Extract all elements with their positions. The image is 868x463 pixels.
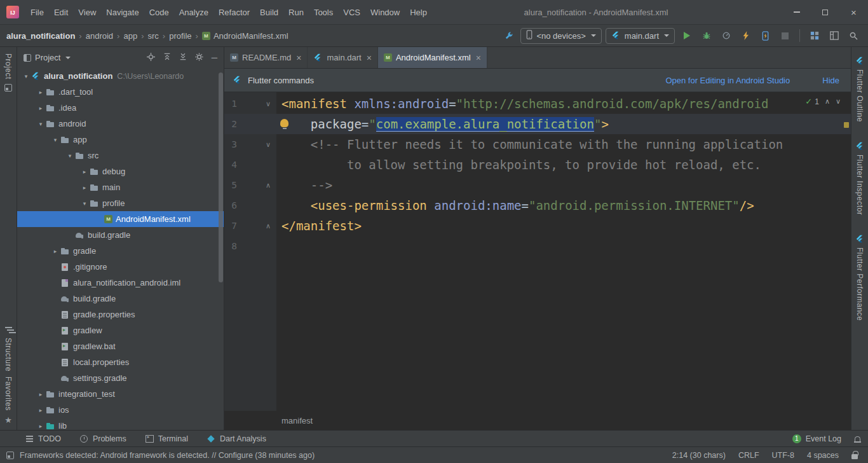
chevron-expanded-icon[interactable]: ▾: [65, 153, 75, 159]
stop-button[interactable]: [777, 28, 793, 44]
open-in-android-studio-link[interactable]: Open for Editing in Android Studio: [665, 76, 790, 85]
tree-item[interactable]: ▾app: [17, 132, 224, 148]
chevron-expanded-icon[interactable]: ▾: [50, 137, 60, 143]
code-line[interactable]: 8: [224, 236, 851, 256]
run-button[interactable]: [679, 28, 695, 44]
tree-item[interactable]: ▸ios: [17, 402, 224, 418]
toolwindow-todo[interactable]: TODO: [25, 434, 61, 443]
menu-edit[interactable]: Edit: [49, 8, 73, 17]
editor-tab[interactable]: README.md×: [224, 47, 308, 68]
menu-window[interactable]: Window: [365, 8, 405, 17]
menu-run[interactable]: Run: [283, 8, 309, 17]
locate-file-icon[interactable]: [147, 53, 155, 63]
menu-vcs[interactable]: VCS: [338, 8, 365, 17]
tool-tab-flutter-outline[interactable]: Flutter Outline: [855, 56, 865, 122]
chevron-collapsed-icon[interactable]: ▸: [36, 391, 46, 397]
indent-setting[interactable]: 4 spaces: [807, 451, 839, 460]
toolwindow-toggle-icon[interactable]: [6, 452, 14, 459]
lightbulb-icon[interactable]: [280, 119, 288, 127]
tree-item[interactable]: local.properties: [17, 354, 224, 370]
breadcrumb-item[interactable]: AndroidManifest.xml: [202, 31, 288, 41]
debug-button[interactable]: [698, 28, 714, 44]
editor-tab[interactable]: main.dart×: [308, 47, 377, 68]
menu-analyze[interactable]: Analyze: [174, 8, 214, 17]
event-log[interactable]: 1 Event Log: [792, 434, 860, 443]
file-encoding[interactable]: UTF-8: [772, 451, 794, 460]
tree-item[interactable]: ▾android: [17, 116, 224, 132]
chevron-down-icon[interactable]: [65, 57, 71, 59]
chevron-collapsed-icon[interactable]: ▸: [50, 248, 60, 254]
tree-item[interactable]: build.gradle: [17, 227, 224, 243]
tree-item[interactable]: ▾profile: [17, 195, 224, 211]
tree-item[interactable]: build.gradle: [17, 291, 224, 307]
attach-debugger-button[interactable]: [757, 28, 773, 44]
tree-item[interactable]: ▸integration_test: [17, 386, 224, 402]
breadcrumb-item[interactable]: app: [123, 31, 137, 41]
flutter-wrench-icon[interactable]: [501, 28, 517, 44]
toolwindow-terminal[interactable]: Terminal: [146, 434, 188, 443]
tree-item[interactable]: ▾alura_notificationC:\Users\Leonardo: [17, 68, 224, 84]
breadcrumb-tag[interactable]: manifest: [281, 416, 313, 425]
menu-navigate[interactable]: Navigate: [101, 8, 144, 17]
chevron-expanded-icon[interactable]: ▾: [79, 200, 90, 207]
menu-file[interactable]: File: [25, 8, 49, 17]
chevron-collapsed-icon[interactable]: ▸: [36, 423, 46, 429]
close-icon[interactable]: ×: [476, 53, 481, 63]
tree-item[interactable]: gradlew.bat: [17, 338, 224, 354]
chevron-collapsed-icon[interactable]: ▸: [36, 105, 46, 111]
chevron-collapsed-icon[interactable]: ▸: [79, 184, 90, 191]
menu-help[interactable]: Help: [405, 8, 432, 17]
code-line[interactable]: 1∨<manifest xmlns:android="http://schema…: [224, 93, 851, 114]
tree-item[interactable]: ▸.idea: [17, 100, 224, 116]
warning-stripe-mark[interactable]: [844, 122, 849, 128]
menu-view[interactable]: View: [73, 8, 101, 17]
project-structure-icon[interactable]: [806, 28, 822, 44]
fold-icon[interactable]: ∧: [237, 181, 276, 190]
tool-tab-structure[interactable]: Structure: [4, 327, 13, 371]
chevron-expanded-icon[interactable]: ▾: [36, 121, 46, 127]
chevron-expanded-icon[interactable]: ▾: [21, 73, 31, 79]
fold-icon[interactable]: ∨: [237, 141, 276, 149]
lock-icon[interactable]: [851, 454, 858, 459]
close-button[interactable]: ×: [839, 0, 868, 24]
tree-item[interactable]: gradlew: [17, 322, 224, 338]
tree-item[interactable]: gradle.properties: [17, 307, 224, 322]
breadcrumb-item[interactable]: profile: [169, 31, 191, 41]
chevron-collapsed-icon[interactable]: ▸: [36, 407, 46, 413]
expand-all-icon[interactable]: [163, 53, 171, 62]
code-line[interactable]: 6 <uses-permission android:name="android…: [224, 195, 851, 216]
minimize-button[interactable]: [782, 0, 811, 24]
toolwindow-dart[interactable]: Dart Analysis: [207, 434, 266, 443]
tree-item[interactable]: alura_notification_android.iml: [17, 275, 224, 291]
inspection-widget[interactable]: ✓ 1 ∧ ∨: [805, 97, 841, 106]
editor-tab[interactable]: AndroidManifest.xml×: [378, 47, 487, 68]
tree-item[interactable]: ▸debug: [17, 163, 224, 179]
chevron-collapsed-icon[interactable]: ▸: [36, 89, 46, 95]
hide-panel-icon[interactable]: ─: [212, 53, 217, 62]
tree-item[interactable]: settings.gradle: [17, 370, 224, 386]
tree-item[interactable]: ▸gradle: [17, 243, 224, 259]
close-icon[interactable]: ×: [296, 53, 301, 63]
menu-tools[interactable]: Tools: [309, 8, 338, 17]
run-config-selector[interactable]: main.dart: [606, 28, 675, 44]
breadcrumb-item[interactable]: src: [147, 31, 158, 41]
gear-icon[interactable]: [195, 53, 203, 63]
maximize-button[interactable]: [811, 0, 839, 24]
tree-item[interactable]: .gitignore: [17, 259, 224, 275]
line-ending[interactable]: CRLF: [738, 451, 759, 460]
chevron-collapsed-icon[interactable]: ▸: [79, 169, 90, 175]
code-editor[interactable]: 1∨<manifest xmlns:android="http://schema…: [224, 92, 851, 411]
chevron-down-icon[interactable]: ∨: [836, 97, 841, 106]
breadcrumb-item[interactable]: android: [86, 31, 113, 41]
apply-changes-button[interactable]: [738, 28, 754, 44]
tree-item[interactable]: ▸.dart_tool: [17, 84, 224, 100]
close-icon[interactable]: ×: [367, 53, 372, 63]
search-icon[interactable]: [846, 28, 862, 44]
tool-tab-favorites[interactable]: Favorites ★: [4, 377, 13, 425]
menu-build[interactable]: Build: [255, 8, 283, 17]
tree-item[interactable]: ▸main: [17, 179, 224, 195]
tool-tab-flutter-inspector[interactable]: Flutter Inspector: [855, 141, 865, 215]
project-panel-title[interactable]: Project: [35, 53, 60, 62]
tree-item[interactable]: AndroidManifest.xml: [17, 211, 224, 227]
code-line[interactable]: 7∧</manifest>: [224, 216, 851, 236]
